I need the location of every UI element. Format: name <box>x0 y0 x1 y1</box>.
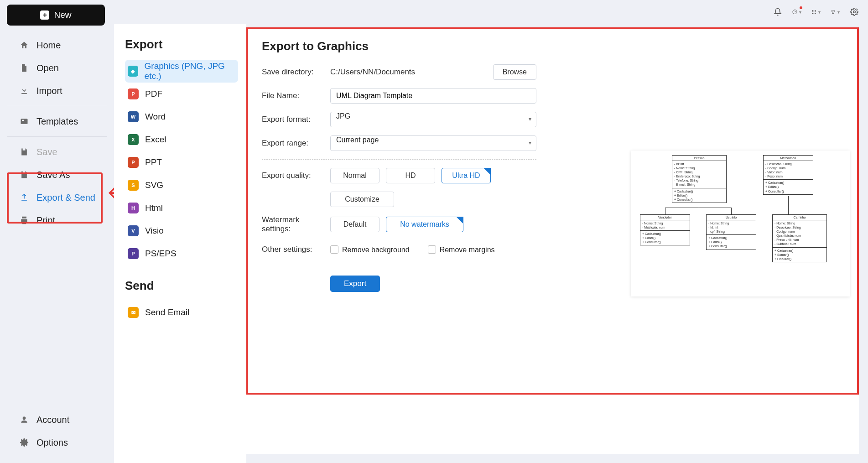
sidebar-item-home[interactable]: Home <box>0 34 114 57</box>
quality-ultra-hd-button[interactable]: Ultra HD <box>442 168 491 183</box>
account-icon <box>19 415 29 425</box>
select-value: JPG <box>336 112 350 120</box>
export-range-select[interactable]: Current page <box>330 135 536 151</box>
watermark-default-button[interactable]: Default <box>330 217 379 232</box>
format-graphics[interactable]: ◆Graphics (PNG, JPG etc.) <box>125 60 238 83</box>
svg-point-1 <box>812 10 813 11</box>
format-excel[interactable]: XExcel <box>125 128 238 151</box>
svg-point-4 <box>812 11 813 12</box>
quality-normal-button[interactable]: Normal <box>330 168 379 183</box>
save-dir-label: Save directory: <box>262 68 330 77</box>
sidebar-item-label: Home <box>36 40 61 51</box>
uml-title: Carrinho <box>773 215 826 220</box>
uml-attrs: - Nome: String - Id: int - cpf: String <box>707 220 756 235</box>
send-email[interactable]: ✉Send Email <box>125 301 238 324</box>
checkbox-icon <box>428 245 436 254</box>
bell-icon[interactable] <box>773 7 782 16</box>
format-html[interactable]: HHtml <box>125 197 238 219</box>
sidebar-item-options[interactable]: Options <box>0 431 114 454</box>
browse-button[interactable]: Browse <box>493 64 536 80</box>
plus-icon: + <box>40 10 49 20</box>
export-icon <box>19 192 29 203</box>
other-settings-label: Other settings: <box>262 245 330 254</box>
visio-icon: V <box>128 225 139 236</box>
check-label: Remove background <box>342 246 410 254</box>
sidebar-item-label: Open <box>36 63 59 73</box>
uml-title: Vendedor <box>640 215 690 220</box>
sidebar: +New Home Open Import Templates Save Sav… <box>0 0 114 463</box>
export-range-label: Export range: <box>262 139 330 148</box>
svg-point-13 <box>23 416 26 420</box>
format-label: Word <box>145 112 166 122</box>
format-label: Excel <box>145 135 166 145</box>
panel-title: Export to Graphics <box>262 39 536 53</box>
word-icon: W <box>128 111 139 122</box>
html-icon: H <box>128 203 139 213</box>
help-icon[interactable] <box>792 7 801 16</box>
tshirt-icon[interactable] <box>831 7 840 16</box>
sidebar-item-export-send[interactable]: Export & Send <box>0 186 114 209</box>
format-word[interactable]: WWord <box>125 105 238 128</box>
uml-ops: + Cadastrar() + Somar() + Finalizar() <box>773 248 826 262</box>
sidebar-item-open[interactable]: Open <box>0 57 114 79</box>
import-icon <box>19 86 29 96</box>
format-visio[interactable]: VVisio <box>125 219 238 242</box>
preview-thumbnail: Pessoa - Id: int - Nome: String - CPF: S… <box>631 151 850 297</box>
svg-point-9 <box>815 13 816 14</box>
format-ppt[interactable]: PPPT <box>125 151 238 174</box>
templates-icon <box>19 116 29 126</box>
format-pdf[interactable]: PPDF <box>125 83 238 105</box>
gear-icon[interactable] <box>850 7 859 16</box>
svg-point-2 <box>814 10 815 11</box>
watermark-none-button[interactable]: No watermarks <box>386 217 463 232</box>
export-button[interactable]: Export <box>330 276 380 292</box>
sidebar-item-save: Save <box>0 140 114 163</box>
file-icon <box>19 63 29 73</box>
remove-bg-check[interactable]: Remove background <box>330 245 410 254</box>
check-label: Remove margins <box>440 246 495 254</box>
save-as-icon <box>19 170 29 180</box>
export-format-label: Export format: <box>262 115 330 124</box>
apps-icon[interactable] <box>811 7 821 16</box>
uml-attrs: - Nome: String - Descricao: String - Cod… <box>773 220 826 248</box>
remove-margin-check[interactable]: Remove margins <box>428 245 495 254</box>
format-label: Send Email <box>145 307 189 317</box>
sidebar-item-import[interactable]: Import <box>0 79 114 102</box>
svg-point-10 <box>853 11 856 13</box>
svg-rect-12 <box>22 120 24 121</box>
file-name-label: File Name: <box>262 91 330 100</box>
export-format-select[interactable]: JPG <box>330 112 536 127</box>
svg-point-7 <box>812 13 813 14</box>
sidebar-item-label: Account <box>36 415 69 425</box>
export-format-panel: Export ◆Graphics (PNG, JPG etc.) PPDF WW… <box>114 24 246 463</box>
sidebar-item-label: Save As <box>36 170 70 180</box>
format-label: PDF <box>145 89 162 99</box>
new-button[interactable]: +New <box>7 5 105 26</box>
format-label: SVG <box>145 180 163 190</box>
sidebar-item-account[interactable]: Account <box>0 408 114 431</box>
content-panel: Export to Graphics Save directory: C:/Us… <box>246 27 859 454</box>
export-heading: Export <box>125 37 238 52</box>
format-svg[interactable]: SSVG <box>125 174 238 197</box>
uml-attrs: - Id: int - Nome: String - CPF: String -… <box>672 161 726 188</box>
customize-button[interactable]: Customize <box>330 192 394 207</box>
sidebar-item-label: Save <box>36 147 57 157</box>
uml-ops: + Cadastrar() + Editar() + Consultar() <box>640 231 690 245</box>
svg-point-8 <box>814 13 815 14</box>
sidebar-item-save-as[interactable]: Save As <box>0 163 114 186</box>
uml-attrs: - Descricao: String - Codigo: num - Valo… <box>764 161 813 180</box>
sidebar-item-label: Import <box>36 86 62 96</box>
mail-icon: ✉ <box>128 307 139 318</box>
quality-hd-button[interactable]: HD <box>386 168 435 183</box>
uml-ops: + Cadastrar() + Editar() + Consultar() <box>672 188 726 203</box>
excel-icon: X <box>128 134 139 145</box>
format-label: PPT <box>145 157 162 167</box>
sidebar-item-templates[interactable]: Templates <box>0 110 114 133</box>
file-name-input[interactable] <box>330 88 536 104</box>
sidebar-item-label: Export & Send <box>36 192 95 203</box>
sidebar-item-print[interactable]: Print <box>0 209 114 232</box>
format-ps-eps[interactable]: PPS/EPS <box>125 242 238 265</box>
pdf-icon: P <box>128 88 139 99</box>
graphics-icon: ◆ <box>128 66 138 77</box>
sidebar-item-label: Templates <box>36 116 78 127</box>
